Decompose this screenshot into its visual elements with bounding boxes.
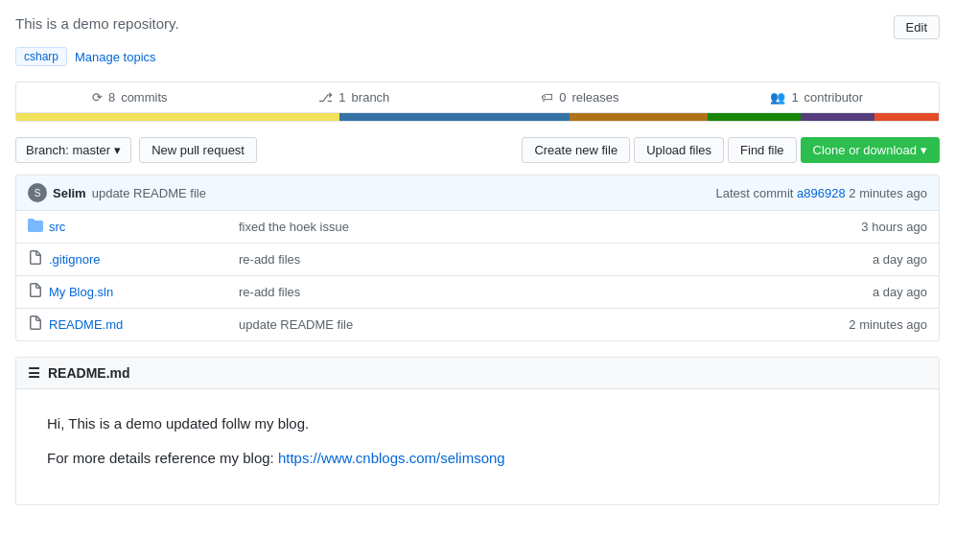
clone-caret-icon: ▾: [920, 143, 927, 157]
lang-segment-c#: [708, 113, 800, 121]
new-pull-request-button[interactable]: New pull request: [139, 137, 257, 163]
latest-commit-row: S Selim update README file Latest commit…: [16, 175, 939, 211]
contributors-label: contributor: [804, 90, 863, 105]
commits-icon: ⟳: [92, 90, 103, 105]
commit-meta: Latest commit a896928 2 minutes ago: [716, 186, 927, 200]
contributors-count: 1: [791, 90, 798, 105]
file-name-col: My Blog.sln: [28, 283, 239, 301]
branch-caret-icon: ▾: [114, 143, 121, 157]
branch-label: Branch: master: [26, 143, 110, 157]
stats-bar: ⟳ 8 commits ⎇ 1 branch 🏷 0 releases 👥 1 …: [15, 82, 940, 122]
upload-files-button[interactable]: Upload files: [634, 137, 724, 163]
contributors-icon: 👥: [770, 90, 785, 105]
file-name-col: README.md: [28, 315, 239, 334]
table-row: srcfixed the hoek issue3 hours ago: [16, 211, 939, 244]
file-name-link[interactable]: README.md: [49, 317, 123, 332]
file-name-link[interactable]: My Blog.sln: [49, 285, 113, 299]
readme-icon: ☰: [28, 365, 40, 381]
lang-segment-css: [801, 113, 874, 121]
manage-topics-link[interactable]: Manage topics: [75, 50, 156, 64]
folder-icon: [28, 218, 43, 236]
language-bar: [16, 113, 939, 121]
toolbar-left: Branch: master ▾ New pull request: [15, 137, 257, 163]
readme-line2: For more details reference my blog: http…: [47, 447, 908, 470]
tag-icon: 🏷: [541, 90, 553, 105]
toolbar: Branch: master ▾ New pull request Create…: [15, 137, 940, 163]
commits-stat[interactable]: ⟳ 8 commits: [92, 90, 168, 105]
file-table: S Selim update README file Latest commit…: [15, 175, 940, 341]
topic-csharp[interactable]: csharp: [15, 47, 67, 66]
clone-label: Clone or download: [813, 143, 917, 157]
file-message: re-add files: [239, 285, 812, 299]
lang-segment-html: [874, 113, 939, 121]
branch-selector[interactable]: Branch: master ▾: [15, 137, 131, 163]
lang-segment-python: [339, 113, 571, 121]
commit-message: update README file: [92, 186, 206, 200]
file-icon: [28, 283, 43, 301]
commits-count: 8: [108, 90, 115, 105]
releases-stat[interactable]: 🏷 0 releases: [541, 90, 618, 105]
readme-title: README.md: [48, 365, 130, 381]
stats-row: ⟳ 8 commits ⎇ 1 branch 🏷 0 releases 👥 1 …: [16, 82, 939, 113]
repo-header: This is a demo repository. Edit: [15, 15, 940, 39]
table-row: My Blog.slnre-add filesa day ago: [16, 276, 939, 309]
commit-time: 2 minutes ago: [849, 186, 927, 200]
file-message: update README file: [239, 317, 812, 332]
repo-description: This is a demo repository.: [15, 15, 179, 32]
file-time: a day ago: [812, 252, 927, 267]
find-file-button[interactable]: Find file: [728, 137, 797, 163]
readme-section: ☰ README.md Hi, This is a demo updated f…: [15, 357, 940, 505]
file-icon: [28, 315, 43, 334]
edit-button[interactable]: Edit: [894, 15, 940, 39]
file-name-col: src: [28, 218, 239, 236]
file-message: fixed the hoek issue: [239, 220, 812, 234]
file-name-col: .gitignore: [28, 250, 239, 268]
file-message: re-add files: [239, 252, 812, 267]
create-new-file-button[interactable]: Create new file: [522, 137, 630, 163]
releases-count: 0: [559, 90, 566, 105]
readme-blog-link[interactable]: https://www.cnblogs.com/selimsong: [278, 450, 505, 466]
readme-line1: Hi, This is a demo updated follw my blog…: [47, 412, 908, 435]
readme-line2-prefix: For more details reference my blog:: [47, 450, 274, 466]
avatar: S: [28, 183, 47, 202]
readme-body: Hi, This is a demo updated follw my blog…: [16, 389, 939, 504]
commit-author-link[interactable]: Selim: [53, 186, 86, 200]
latest-commit-label: Latest commit: [716, 186, 794, 200]
commit-author: S Selim update README file: [28, 183, 206, 202]
commits-label: commits: [121, 90, 167, 105]
topics-bar: csharp Manage topics: [15, 47, 940, 66]
toolbar-right: Create new file Upload files Find file C…: [522, 137, 940, 163]
file-time: a day ago: [812, 285, 927, 299]
table-row: .gitignorere-add filesa day ago: [16, 244, 939, 276]
readme-header: ☰ README.md: [16, 358, 939, 389]
lang-segment-javascript: [16, 113, 339, 121]
file-time: 2 minutes ago: [812, 317, 927, 332]
file-name-link[interactable]: .gitignore: [49, 252, 100, 267]
releases-label: releases: [571, 90, 618, 105]
branches-stat[interactable]: ⎇ 1 branch: [318, 90, 389, 105]
branches-count: 1: [338, 90, 345, 105]
branches-label: branch: [352, 90, 390, 105]
commit-hash-link[interactable]: a896928: [797, 186, 846, 200]
contributors-stat[interactable]: 👥 1 contributor: [770, 90, 863, 105]
table-row: README.mdupdate README file2 minutes ago: [16, 309, 939, 340]
file-time: 3 hours ago: [812, 220, 927, 234]
lang-segment-java: [570, 113, 708, 121]
file-name-link[interactable]: src: [49, 220, 65, 234]
branch-icon: ⎇: [318, 90, 333, 105]
file-icon: [28, 250, 43, 268]
clone-or-download-button[interactable]: Clone or download ▾: [801, 137, 940, 163]
